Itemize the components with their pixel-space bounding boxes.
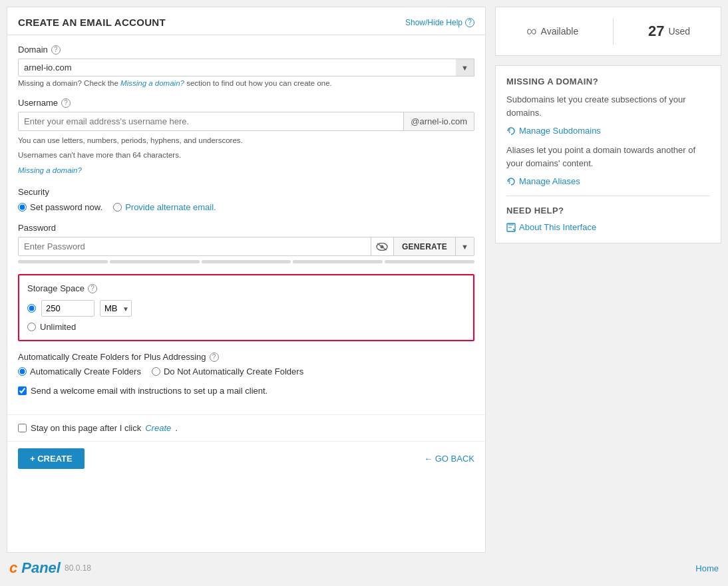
password-toggle-button[interactable]	[371, 237, 393, 255]
help-icon: ?	[465, 18, 474, 27]
strength-bar-2	[110, 260, 200, 263]
domain-select-wrap: arnel-io.com ▼	[18, 59, 474, 76]
generate-button[interactable]: GENERATE	[393, 237, 455, 255]
auto-folders-label: Automatically Create Folders for Plus Ad…	[18, 352, 206, 362]
page-title: CREATE AN EMAIL ACCOUNT	[18, 17, 166, 28]
stay-on-page-label[interactable]: Stay on this page after I click Create .	[18, 423, 474, 433]
create-button[interactable]: + CREATE	[18, 448, 85, 469]
storage-custom-row: MB GB ▼	[27, 300, 465, 317]
manage-subdomains-link[interactable]: Manage Subdomains	[506, 126, 710, 136]
go-back-link[interactable]: ← GO BACK	[424, 454, 474, 464]
strength-bar-3	[202, 260, 291, 263]
svg-point-3	[508, 130, 510, 132]
missing-domain-section: MISSING A DOMAIN? Subdomains let you cre…	[506, 76, 710, 196]
welcome-email-checkbox[interactable]	[18, 386, 27, 395]
create-link[interactable]: Create	[145, 423, 171, 433]
security-radio-alternate[interactable]: Provide alternate email.	[113, 202, 216, 212]
password-input-wrap: GENERATE ▼	[18, 237, 474, 256]
auto-folders-radios: Automatically Create Folders Do Not Auto…	[18, 366, 474, 376]
strength-bar-4	[293, 260, 383, 263]
cpanel-version: 80.0.18	[65, 563, 91, 573]
domain-suffix: @arnel-io.com	[403, 112, 474, 130]
missing-domain-link[interactable]: Missing a domain?	[120, 79, 184, 87]
home-link[interactable]: Home	[695, 563, 719, 573]
missing-domain-text2: Aliases let you point a domain towards a…	[506, 144, 710, 170]
security-radio-password[interactable]: Set password now.	[18, 202, 102, 212]
strength-bars	[18, 260, 474, 263]
password-input[interactable]	[19, 237, 371, 255]
missing-domain-text1: Subdomains let you create subsections of…	[506, 93, 710, 119]
about-interface-link[interactable]: About This Interface	[506, 222, 710, 232]
storage-label-text: Storage Space	[27, 283, 85, 293]
cpanel-wordmark: Panel	[21, 559, 61, 577]
domain-hint: Missing a domain? Check the Missing a do…	[18, 79, 474, 87]
need-help-section: NEED HELP? About This Interface	[506, 206, 710, 232]
stats-box: ∞ Available 27 Used	[495, 7, 721, 56]
storage-custom-radio[interactable]	[27, 304, 36, 313]
username-input[interactable]	[19, 112, 403, 130]
domain-label: Domain	[18, 45, 48, 55]
domain-info-icon[interactable]: ?	[51, 45, 61, 55]
used-label: Used	[668, 26, 690, 37]
missing-domain-link2[interactable]: Missing a domain?	[18, 166, 82, 174]
username-info-icon[interactable]: ?	[61, 98, 71, 108]
storage-unlimited-row: Unlimited	[27, 322, 465, 332]
no-auto-create-radio[interactable]: Do Not Automatically Create Folders	[152, 366, 303, 376]
stat-divider	[613, 18, 614, 45]
storage-unlimited-radio[interactable]	[27, 323, 36, 331]
storage-section: Storage Space ? MB GB ▼	[18, 274, 474, 341]
used-stat: 27 Used	[648, 23, 690, 40]
domain-select[interactable]: arnel-io.com	[18, 59, 474, 76]
cpanel-logo: cPanel 80.0.18	[9, 559, 91, 577]
stay-on-page-checkbox[interactable]	[18, 424, 27, 432]
storage-unlimited-label: Unlimited	[40, 322, 76, 332]
svg-point-4	[508, 181, 510, 182]
username-hint2: Usernames can't have more than 64 charac…	[18, 149, 474, 161]
username-hint1: You can use letters, numbers, periods, h…	[18, 134, 474, 146]
need-help-title: NEED HELP?	[506, 206, 710, 216]
password-label: Password	[18, 223, 56, 233]
storage-info-icon[interactable]: ?	[88, 284, 97, 293]
security-label: Security	[18, 187, 474, 197]
infinity-icon: ∞	[526, 23, 537, 40]
cpanel-c: c	[9, 559, 17, 577]
available-label: Available	[541, 26, 579, 37]
strength-bar-1	[18, 260, 108, 263]
bottom-bar: cPanel 80.0.18 Home	[7, 553, 721, 579]
svg-line-2	[377, 243, 387, 250]
show-hide-help-link[interactable]: Show/Hide Help ?	[405, 18, 474, 27]
storage-unit-wrap: MB GB ▼	[100, 300, 132, 317]
storage-input[interactable]	[41, 300, 94, 317]
strength-bar-5	[385, 260, 474, 263]
missing-domain-title: MISSING A DOMAIN?	[506, 76, 710, 86]
available-stat: ∞ Available	[526, 23, 578, 40]
manage-aliases-link[interactable]: Manage Aliases	[506, 176, 710, 186]
used-value: 27	[648, 23, 664, 40]
right-info-box: MISSING A DOMAIN? Subdomains let you cre…	[495, 65, 721, 243]
storage-unit-select[interactable]: MB GB	[100, 300, 132, 317]
username-input-wrap: @arnel-io.com	[18, 112, 474, 131]
auto-folders-info-icon[interactable]: ?	[210, 353, 219, 362]
welcome-email-checkbox-label[interactable]: Send a welcome email with instructions t…	[18, 386, 474, 396]
username-label: Username	[18, 98, 58, 108]
auto-create-radio[interactable]: Automatically Create Folders	[18, 366, 141, 376]
generate-dropdown-button[interactable]: ▼	[455, 237, 474, 255]
